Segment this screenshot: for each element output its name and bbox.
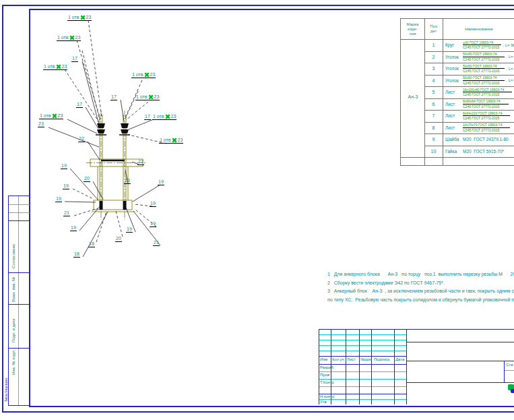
title-block-line — [406, 342, 514, 342]
row-length: , L= 220 — [506, 78, 514, 82]
hole-diameter-icon — [147, 93, 154, 100]
drawing-detail-lines — [96, 135, 130, 160]
title-block-thin-line — [319, 345, 406, 346]
row-pos: 5 — [424, 90, 443, 94]
material-spec: 8х60х64 ГОСТ 19903-74С245 ГОСТ 27772-201… — [463, 99, 509, 109]
title-block-line — [371, 329, 372, 404]
title-block-line — [406, 361, 514, 361]
hole-label-text: 1 отв — [68, 15, 79, 20]
hole-label-dia: 23 — [150, 72, 156, 78]
title-block-thin-line — [319, 351, 406, 351]
hole-label: 1 отв 23 — [159, 138, 183, 144]
spec-top: 16х100х60 ГОСТ 19903-74 — [463, 88, 512, 93]
tb-row-utv: Утв — [320, 400, 327, 404]
note-line: по типу ХС. Резьбовую часть покрыть соли… — [327, 296, 514, 305]
title-block-thin-line — [319, 379, 406, 380]
hole-label: 1 отв 23 — [57, 35, 81, 41]
part-position-label: 18 — [73, 251, 80, 258]
hole-label: 1 отв 23 — [135, 94, 160, 100]
tb-row-nkontr: Н.контр — [320, 394, 334, 399]
drawing-sheet: Согласовано Взам. инв. № Подп. и дата Ин… — [0, 0, 514, 420]
tb-header-izm: Изм — [320, 357, 327, 362]
table-row: 7 Лист 8х64х220 ГОСТ 19903-74С245 ГОСТ 2… — [401, 110, 514, 122]
row-pos: 1 — [424, 42, 443, 47]
row-spec: М20 ГОСТ 24379.1-80 — [463, 137, 509, 142]
hole-label: 1 отв 23 — [43, 64, 67, 70]
part-position-label: 17 — [144, 114, 151, 120]
tb-header-koluch: Кол.уч — [332, 357, 344, 362]
spec-top: 50х50 ГОСТ 19903-74 — [463, 52, 505, 57]
tb-row-tkontr: Т.Контр — [320, 380, 334, 385]
part-position-label: 17 — [71, 56, 78, 62]
row-pos: 8 — [424, 125, 443, 130]
tekla-logo-icon — [508, 384, 514, 394]
title-block-line — [406, 329, 407, 404]
spec-bottom: С245 ГОСТ 27772-2015 — [463, 45, 501, 50]
title-block-line — [346, 329, 346, 404]
row-pos: 6 — [424, 102, 443, 107]
row-spec: М20 ГОСТ 5915-70* — [463, 149, 504, 154]
spec-bottom: С245 ГОСТ 27772-2015 — [463, 116, 510, 121]
part-position-label: 21 — [153, 240, 160, 246]
hole-label-text: 1 отв — [57, 35, 69, 40]
tb-header-data: Дата — [395, 357, 404, 362]
spec-bottom: С245 ГОСТ 27772-2015 — [463, 92, 512, 97]
spec-top: 50х50 ГОСТ 19903-74 — [463, 64, 505, 69]
hole-label-dia: 23 — [171, 114, 176, 119]
tb-row-prov: Пров — [320, 373, 329, 378]
row-length: , L= 320 — [506, 67, 514, 71]
row-name: Уголок — [445, 78, 463, 83]
part-position-label: 23 — [38, 121, 44, 127]
row-name: Лист — [445, 113, 463, 118]
row-pos: 7 — [424, 113, 443, 118]
note-line: 1 Для анкерного блока Ан-3 по торцу поз.… — [327, 270, 514, 279]
row-pos: 3 — [424, 66, 443, 71]
hole-label-text: 1 отв — [44, 64, 55, 69]
spec-bottom: С245 ГОСТ 27772-2015 — [463, 69, 505, 73]
title-block-line — [319, 356, 406, 357]
hole-label: 1 отв 23 — [152, 114, 176, 120]
part-position-label: 21 — [63, 210, 70, 216]
part-position-label: 19 — [158, 179, 164, 185]
table-row: 3 Уголок 50х50 ГОСТ 19903-74С245 ГОСТ 27… — [401, 63, 514, 75]
hole-diameter-icon — [143, 71, 150, 78]
hole-diameter-icon — [164, 113, 171, 120]
title-block-line — [319, 364, 406, 365]
part-position-label: 23 — [124, 178, 131, 184]
material-spec: 50х50 ГОСТ 19903-74С245 ГОСТ 27772-2015 — [463, 76, 505, 85]
row-name: Лист — [445, 125, 463, 130]
material-spec: ⌀30 ГОСТ 19903-74С245 ГОСТ 27772-2015 — [463, 40, 501, 50]
title-block-thin-line — [319, 334, 406, 335]
hole-label-dia: 23 — [58, 113, 63, 119]
part-position-label: 22 — [137, 159, 144, 165]
material-spec: 8х64х220 ГОСТ 19903-74С245 ГОСТ 27772-20… — [463, 111, 510, 121]
spec-top: 10х70х70 ГОСТ 19903-74 — [463, 123, 510, 128]
spec-bottom: С245 ГОСТ 27772-2015 — [463, 128, 510, 133]
hole-diameter-icon — [170, 136, 178, 144]
title-block-line — [406, 382, 514, 383]
part-position-label: 19 — [55, 196, 62, 202]
material-spec: 10х70х70 ГОСТ 19903-74С245 ГОСТ 27772-20… — [463, 123, 510, 132]
hole-diameter-icon — [51, 112, 58, 119]
table-row: 1 Круг ⌀30 ГОСТ 19903-74С245 ГОСТ 27772-… — [401, 39, 514, 51]
title-block-line — [319, 329, 514, 330]
hole-label-text: 1 отв — [153, 114, 164, 119]
row-pos: 9 — [424, 137, 443, 142]
title-block-line — [504, 361, 505, 382]
hole-diameter-icon — [68, 34, 75, 41]
row-pos: 4 — [424, 78, 443, 83]
hole-label: 1 отв 23 — [131, 72, 156, 78]
drawing-centerlines — [86, 111, 147, 220]
part-position-label: 19 — [63, 183, 69, 189]
part-position-label: 17 — [110, 94, 117, 100]
spec-top: 8х64х220 ГОСТ 19903-74 — [463, 111, 510, 117]
part-position-label: 18 — [88, 241, 95, 247]
hole-diameter-icon — [79, 13, 86, 21]
title-block-line — [359, 329, 360, 404]
title-block-thin-line — [319, 386, 406, 387]
tb-stage-label: Ста — [506, 363, 513, 367]
row-pos: 2 — [424, 55, 443, 59]
row-name: Уголок — [445, 55, 463, 59]
part-position-label: 19 — [61, 163, 67, 169]
spec-bottom: С245 ГОСТ 27772-2015 — [463, 104, 509, 109]
